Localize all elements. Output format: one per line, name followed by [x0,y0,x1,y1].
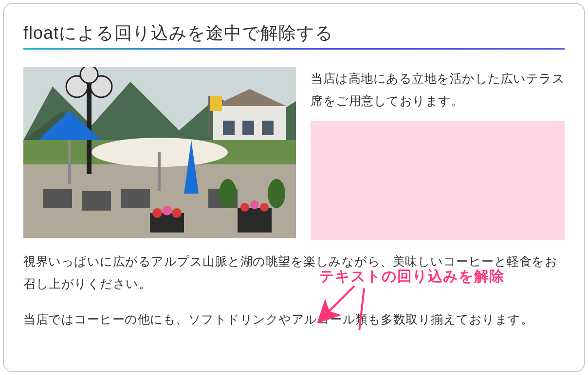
svg-rect-21 [121,189,150,208]
svg-point-31 [219,179,237,208]
terrace-photo [23,67,296,238]
svg-rect-34 [210,96,222,111]
content-area: 当店は高地にある立地を活かした広いテラス席をご用意しております。 視界いっぱいに… [23,67,565,330]
heading-divider [23,48,565,50]
annotation-label: テキストの回り込みを解除 [319,267,504,286]
svg-point-13 [80,67,98,83]
svg-rect-5 [223,121,235,135]
paragraph-3: 当店ではコーヒーの他にも、ソフトドリンクやアルコール類も多数取り揃えております。 [23,308,565,330]
svg-rect-15 [68,140,71,184]
svg-point-29 [250,200,259,209]
svg-rect-7 [262,121,274,135]
svg-point-26 [172,208,182,218]
svg-point-30 [260,203,269,212]
svg-point-25 [162,206,172,215]
svg-rect-19 [43,189,72,208]
svg-point-24 [152,208,162,218]
svg-point-28 [240,203,249,212]
svg-rect-17 [158,152,161,191]
svg-rect-6 [242,121,254,135]
svg-rect-27 [238,208,272,232]
svg-rect-20 [82,191,111,211]
svg-point-32 [268,179,285,208]
highlight-box [311,121,565,240]
svg-rect-33 [208,96,210,135]
page-title: floatによる回り込みを途中で解除する [23,21,565,45]
example-card: floatによる回り込みを途中で解除する [3,3,585,372]
